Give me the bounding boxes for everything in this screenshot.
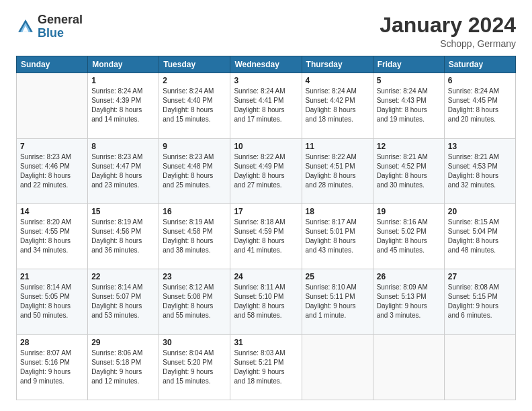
calendar-cell: 13Sunrise: 8:21 AMSunset: 4:53 PMDayligh… <box>444 138 515 203</box>
calendar-cell: 25Sunrise: 8:10 AMSunset: 5:11 PMDayligh… <box>302 269 373 334</box>
calendar-cell: 26Sunrise: 8:09 AMSunset: 5:13 PMDayligh… <box>373 269 444 334</box>
page: General Blue January 2024 Schopp, German… <box>0 0 532 411</box>
day-number: 27 <box>448 272 512 281</box>
day-number: 23 <box>163 272 226 281</box>
day-info: Sunrise: 8:11 AMSunset: 5:10 PMDaylight:… <box>234 283 298 320</box>
day-number: 15 <box>91 207 155 216</box>
day-number: 30 <box>163 338 226 347</box>
col-header-wednesday: Wednesday <box>230 56 302 73</box>
day-info: Sunrise: 8:15 AMSunset: 5:04 PMDaylight:… <box>448 218 512 255</box>
day-info: Sunrise: 8:19 AMSunset: 4:56 PMDaylight:… <box>91 218 155 255</box>
calendar-cell: 6Sunrise: 8:24 AMSunset: 4:45 PMDaylight… <box>444 73 515 138</box>
col-header-sunday: Sunday <box>17 56 88 73</box>
calendar-cell: 14Sunrise: 8:20 AMSunset: 4:55 PMDayligh… <box>17 203 88 269</box>
calendar-cell: 28Sunrise: 8:07 AMSunset: 5:16 PMDayligh… <box>17 334 88 400</box>
col-header-friday: Friday <box>373 56 444 73</box>
calendar-cell: 20Sunrise: 8:15 AMSunset: 5:04 PMDayligh… <box>444 203 515 269</box>
day-number: 31 <box>234 338 298 347</box>
calendar-cell: 29Sunrise: 8:06 AMSunset: 5:18 PMDayligh… <box>88 334 159 400</box>
header: General Blue January 2024 Schopp, German… <box>16 13 516 49</box>
calendar-cell <box>444 334 515 400</box>
logo-line1: General <box>38 13 83 27</box>
day-info: Sunrise: 8:23 AMSunset: 4:47 PMDaylight:… <box>91 152 155 190</box>
day-number: 18 <box>306 207 369 216</box>
day-number: 4 <box>306 76 369 85</box>
day-number: 11 <box>306 142 369 151</box>
day-info: Sunrise: 8:12 AMSunset: 5:08 PMDaylight:… <box>163 283 226 320</box>
calendar-cell: 5Sunrise: 8:24 AMSunset: 4:43 PMDaylight… <box>373 73 444 138</box>
title-block: January 2024 Schopp, Germany <box>380 13 516 49</box>
calendar-cell: 15Sunrise: 8:19 AMSunset: 4:56 PMDayligh… <box>88 203 159 269</box>
day-number: 21 <box>20 272 84 281</box>
day-number: 12 <box>377 142 441 151</box>
day-number: 19 <box>377 207 441 216</box>
calendar-cell: 9Sunrise: 8:23 AMSunset: 4:48 PMDaylight… <box>159 138 230 203</box>
day-number: 29 <box>91 338 155 347</box>
day-info: Sunrise: 8:20 AMSunset: 4:55 PMDaylight:… <box>20 218 84 255</box>
calendar-cell: 21Sunrise: 8:14 AMSunset: 5:05 PMDayligh… <box>17 269 88 334</box>
day-number: 5 <box>377 76 441 85</box>
day-info: Sunrise: 8:16 AMSunset: 5:02 PMDaylight:… <box>377 218 441 255</box>
calendar-cell: 22Sunrise: 8:14 AMSunset: 5:07 PMDayligh… <box>88 269 159 334</box>
day-info: Sunrise: 8:21 AMSunset: 4:53 PMDaylight:… <box>448 152 512 190</box>
day-info: Sunrise: 8:08 AMSunset: 5:15 PMDaylight:… <box>448 283 512 320</box>
day-number: 9 <box>163 142 226 151</box>
day-info: Sunrise: 8:21 AMSunset: 4:52 PMDaylight:… <box>377 152 441 190</box>
day-info: Sunrise: 8:10 AMSunset: 5:11 PMDaylight:… <box>306 283 369 320</box>
day-number: 6 <box>448 76 512 85</box>
day-info: Sunrise: 8:24 AMSunset: 4:40 PMDaylight:… <box>163 87 226 124</box>
calendar-table: SundayMondayTuesdayWednesdayThursdayFrid… <box>16 56 516 400</box>
week-row-2: 7Sunrise: 8:23 AMSunset: 4:46 PMDaylight… <box>17 138 516 203</box>
week-row-3: 14Sunrise: 8:20 AMSunset: 4:55 PMDayligh… <box>17 203 516 269</box>
day-number: 14 <box>20 207 84 216</box>
day-number: 17 <box>234 207 298 216</box>
col-header-tuesday: Tuesday <box>159 56 230 73</box>
day-number: 1 <box>91 76 155 85</box>
day-info: Sunrise: 8:09 AMSunset: 5:13 PMDaylight:… <box>377 283 441 320</box>
day-info: Sunrise: 8:22 AMSunset: 4:49 PMDaylight:… <box>234 152 298 190</box>
day-number: 22 <box>91 272 155 281</box>
logo-line2: Blue <box>38 27 83 40</box>
day-info: Sunrise: 8:24 AMSunset: 4:42 PMDaylight:… <box>306 87 369 124</box>
calendar-cell: 2Sunrise: 8:24 AMSunset: 4:40 PMDaylight… <box>159 73 230 138</box>
calendar-header-row: SundayMondayTuesdayWednesdayThursdayFrid… <box>17 56 516 73</box>
logo: General Blue <box>16 13 83 40</box>
day-info: Sunrise: 8:14 AMSunset: 5:05 PMDaylight:… <box>20 283 84 320</box>
calendar-cell: 19Sunrise: 8:16 AMSunset: 5:02 PMDayligh… <box>373 203 444 269</box>
day-number: 2 <box>163 76 226 85</box>
calendar-cell: 27Sunrise: 8:08 AMSunset: 5:15 PMDayligh… <box>444 269 515 334</box>
location-subtitle: Schopp, Germany <box>380 38 516 49</box>
calendar-cell: 8Sunrise: 8:23 AMSunset: 4:47 PMDaylight… <box>88 138 159 203</box>
month-title: January 2024 <box>380 13 516 37</box>
col-header-monday: Monday <box>88 56 159 73</box>
calendar-cell: 18Sunrise: 8:17 AMSunset: 5:01 PMDayligh… <box>302 203 373 269</box>
day-number: 26 <box>377 272 441 281</box>
day-number: 25 <box>306 272 369 281</box>
calendar-cell: 17Sunrise: 8:18 AMSunset: 4:59 PMDayligh… <box>230 203 302 269</box>
day-info: Sunrise: 8:22 AMSunset: 4:51 PMDaylight:… <box>306 152 369 190</box>
calendar-cell: 7Sunrise: 8:23 AMSunset: 4:46 PMDaylight… <box>17 138 88 203</box>
week-row-5: 28Sunrise: 8:07 AMSunset: 5:16 PMDayligh… <box>17 334 516 400</box>
calendar-cell: 23Sunrise: 8:12 AMSunset: 5:08 PMDayligh… <box>159 269 230 334</box>
calendar-cell: 16Sunrise: 8:19 AMSunset: 4:58 PMDayligh… <box>159 203 230 269</box>
day-number: 20 <box>448 207 512 216</box>
day-info: Sunrise: 8:24 AMSunset: 4:45 PMDaylight:… <box>448 87 512 124</box>
calendar-cell: 1Sunrise: 8:24 AMSunset: 4:39 PMDaylight… <box>88 73 159 138</box>
day-number: 28 <box>20 338 84 347</box>
day-info: Sunrise: 8:24 AMSunset: 4:41 PMDaylight:… <box>234 87 298 124</box>
calendar-cell <box>373 334 444 400</box>
day-info: Sunrise: 8:06 AMSunset: 5:18 PMDaylight:… <box>91 349 155 386</box>
calendar-cell: 3Sunrise: 8:24 AMSunset: 4:41 PMDaylight… <box>230 73 302 138</box>
day-number: 7 <box>20 142 84 151</box>
day-info: Sunrise: 8:03 AMSunset: 5:21 PMDaylight:… <box>234 349 298 386</box>
day-number: 16 <box>163 207 226 216</box>
day-number: 3 <box>234 76 298 85</box>
day-info: Sunrise: 8:07 AMSunset: 5:16 PMDaylight:… <box>20 349 84 386</box>
day-number: 10 <box>234 142 298 151</box>
day-info: Sunrise: 8:14 AMSunset: 5:07 PMDaylight:… <box>91 283 155 320</box>
calendar-cell: 31Sunrise: 8:03 AMSunset: 5:21 PMDayligh… <box>230 334 302 400</box>
day-info: Sunrise: 8:17 AMSunset: 5:01 PMDaylight:… <box>306 218 369 255</box>
day-number: 13 <box>448 142 512 151</box>
week-row-1: 1Sunrise: 8:24 AMSunset: 4:39 PMDaylight… <box>17 73 516 138</box>
logo-icon <box>16 17 35 36</box>
